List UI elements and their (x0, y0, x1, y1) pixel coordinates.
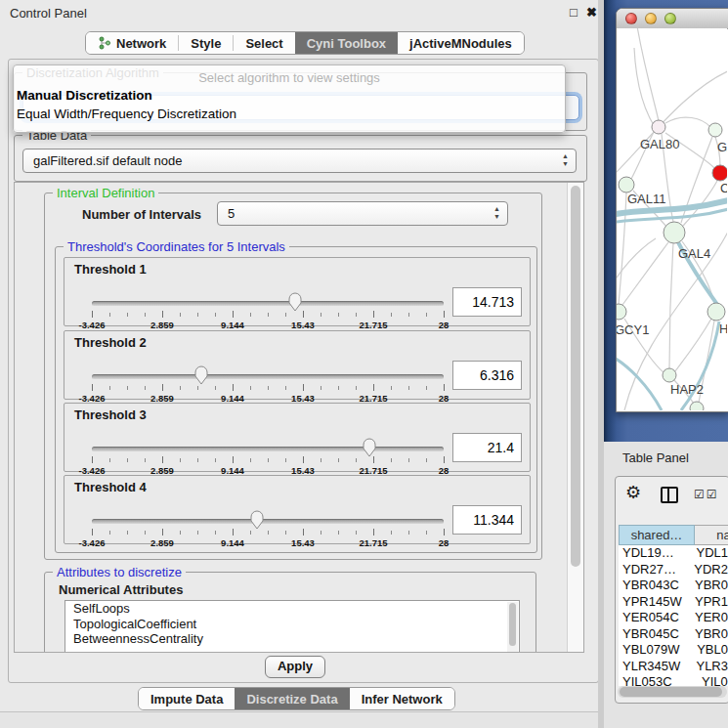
threshold-label: Threshold 1 (74, 262, 147, 277)
tab-discretize-data[interactable]: Discretize Data (235, 688, 349, 709)
table-row[interactable]: YIL053CYIL0 (619, 674, 728, 686)
list-item[interactable]: SelfLoops (65, 601, 519, 617)
node-gal4[interactable] (664, 222, 685, 243)
node-gal80[interactable] (652, 120, 665, 134)
minimize-traffic-light[interactable] (645, 13, 657, 24)
control-panel-titlebar: Control Panel □ ✖ (0, 0, 604, 25)
slider-thumb[interactable] (193, 364, 209, 385)
spinner-arrows-icon: ▲▼ (493, 205, 500, 221)
group-title: Threshold's Coordinates for 5 Intervals (64, 239, 289, 254)
node-label: GAL80 (640, 137, 679, 151)
table-row[interactable]: YDL19…YDL1 (619, 545, 728, 562)
node-gal11[interactable] (619, 177, 634, 193)
threshold-2-slider[interactable]: -3.4262.8599.14415.4321.71528 (92, 364, 444, 399)
column-header-shared-name[interactable]: shared… (619, 525, 695, 545)
list-item[interactable]: BetweennessCentrality (65, 631, 519, 647)
dropdown-placeholder: Select algorithm to view settings (14, 70, 565, 85)
tab-impute-data[interactable]: Impute Data (139, 688, 235, 709)
tab-jactivemnodules[interactable]: jActiveMNodules (398, 32, 524, 54)
network-view-window: GAL80 GA C GAL11 GAL4 GCY1 H HAP2 (616, 8, 728, 412)
table-data-combobox[interactable]: galFiltered.sif default node ▲▼ (22, 149, 577, 173)
slider-track[interactable] (92, 519, 444, 524)
slider-track[interactable] (92, 301, 444, 306)
node-red-selected[interactable] (712, 165, 727, 181)
node-partial[interactable] (690, 402, 704, 410)
column-header-name[interactable]: na (695, 525, 728, 545)
checkbox-filter-icons[interactable]: ☑☑ (694, 488, 719, 501)
slider-track[interactable] (92, 374, 444, 379)
network-window-titlebar[interactable] (617, 9, 728, 29)
threshold-4-value-input[interactable]: 11.344 (452, 505, 522, 535)
control-panel-tabs: Network Style Select Cyni Toolbox jActiv… (85, 31, 525, 55)
gear-icon[interactable]: ⚙ (625, 482, 641, 503)
tab-label: Infer Network (362, 692, 443, 707)
slider-thumb[interactable] (249, 509, 265, 530)
threshold-label: Threshold 2 (74, 335, 147, 350)
slider-tick-labels: -3.4262.8599.14415.4321.71528 (92, 320, 444, 329)
node-label: GA (717, 140, 727, 154)
list-scrollbar[interactable] (507, 602, 518, 653)
tab-label: jActiveMNodules (409, 36, 512, 51)
slider-track[interactable] (92, 447, 444, 451)
table-row[interactable]: YDR27…YDR2 (619, 562, 728, 578)
apply-button[interactable]: Apply (265, 656, 325, 678)
slider-thumb[interactable] (362, 437, 377, 457)
node-h[interactable] (707, 303, 725, 321)
scrollbar-thumb[interactable] (620, 687, 722, 697)
table-row[interactable]: YBL079WYBL0 (619, 642, 728, 659)
threshold-4-slider[interactable]: -3.4262.8599.14415.4321.71528 (92, 508, 444, 543)
numerical-attributes-list: SelfLoops TopologicalCoefficient Between… (64, 600, 520, 653)
threshold-1-slider[interactable]: -3.4262.8599.14415.4321.71528 (92, 290, 444, 325)
scrollbar-thumb[interactable] (571, 186, 580, 567)
slider-thumb[interactable] (287, 291, 303, 312)
tab-network[interactable]: Network (86, 32, 178, 54)
node-gcy1[interactable] (617, 304, 626, 320)
threshold-3-value-input[interactable]: 21.4 (452, 433, 522, 462)
table-panel-body: ⚙ ☑☑ shared… na YDL19…YDL1YDR27…YDR2YBR0… (615, 476, 728, 704)
threshold-2-value-input[interactable]: 6.316 (452, 361, 522, 390)
table-row[interactable]: YER054CYER0 (619, 610, 728, 626)
table-row[interactable]: YBR043CYBR0 (619, 578, 728, 594)
tab-cyni-toolbox[interactable]: Cyni Toolbox (295, 32, 398, 54)
threshold-3-panel: Threshold 3 -3.4262.8599.14415.4321.7152… (64, 403, 531, 472)
threshold-1-value-input[interactable]: 14.713 (452, 287, 522, 317)
table-horizontal-scrollbar[interactable] (618, 686, 727, 698)
close-traffic-light[interactable] (625, 13, 637, 24)
table-row[interactable]: YLR345WYLR3 (619, 659, 728, 675)
list-item[interactable]: TopologicalCoefficient (65, 617, 519, 632)
network-icon (98, 36, 111, 50)
close-icon[interactable]: ✖ (586, 5, 597, 20)
node-hap2[interactable] (663, 368, 676, 382)
interval-definition-group: Interval Definition Number of Intervals … (44, 193, 542, 560)
threshold-1-panel: Threshold 1 -3.4262.8599.14415.4321.7152… (64, 257, 531, 326)
node-label: GCY1 (617, 322, 649, 337)
zoom-traffic-light[interactable] (664, 13, 676, 24)
threshold-label: Threshold 3 (74, 407, 147, 422)
float-window-icon[interactable]: □ (570, 5, 578, 20)
dropdown-option-manual-discretization[interactable]: Manual Discretization (17, 88, 562, 106)
number-of-intervals-combobox[interactable]: 5 ▲▼ (217, 201, 508, 226)
tab-label: Discretize Data (246, 692, 337, 707)
column-layout-icon[interactable] (661, 487, 678, 503)
node-label: C (720, 181, 727, 195)
tab-label: Network (116, 36, 166, 51)
scrollbar-thumb[interactable] (509, 603, 516, 646)
combo-value: galFiltered.sif default node (33, 153, 182, 168)
dropdown-option-equal-width[interactable]: Equal Width/Frequency Discretization (17, 107, 562, 124)
table-row[interactable]: YBR045CYBR0 (619, 626, 728, 643)
settings-scrollbar[interactable] (567, 183, 583, 652)
threshold-2-panel: Threshold 2 -3.4262.8599.14415.4321.7152… (64, 330, 531, 400)
node-label: GAL4 (678, 246, 710, 261)
tab-select[interactable]: Select (234, 32, 294, 54)
threshold-3-slider[interactable]: -3.4262.8599.14415.4321.71528 (92, 436, 444, 471)
table-row[interactable]: YPR145WYPR1 (619, 594, 728, 611)
slider-tick-labels: -3.4262.8599.14415.4321.71528 (92, 393, 444, 403)
threshold-coordinates-group: Threshold's Coordinates for 5 Intervals … (55, 246, 537, 553)
tab-infer-network[interactable]: Infer Network (350, 688, 454, 709)
table-rows: YDL19…YDL1YDR27…YDR2YBR043CYBR0YPR145WYP… (619, 545, 728, 686)
table-header: shared… na (619, 525, 728, 545)
node-ga[interactable] (708, 123, 722, 137)
threshold-label: Threshold 4 (74, 480, 147, 494)
network-canvas[interactable]: GAL80 GA C GAL11 GAL4 GCY1 H HAP2 (617, 28, 727, 410)
tab-style[interactable]: Style (179, 32, 233, 54)
